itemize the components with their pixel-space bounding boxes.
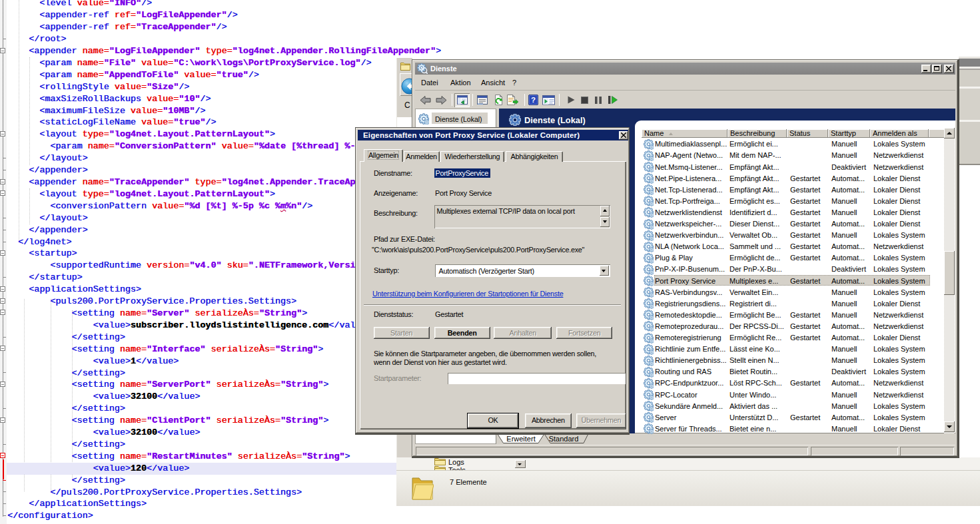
svg-text:Standard: Standard bbox=[549, 435, 579, 443]
svg-text:Erweitert: Erweitert bbox=[506, 435, 535, 443]
svg-text:?: ? bbox=[531, 96, 536, 104]
